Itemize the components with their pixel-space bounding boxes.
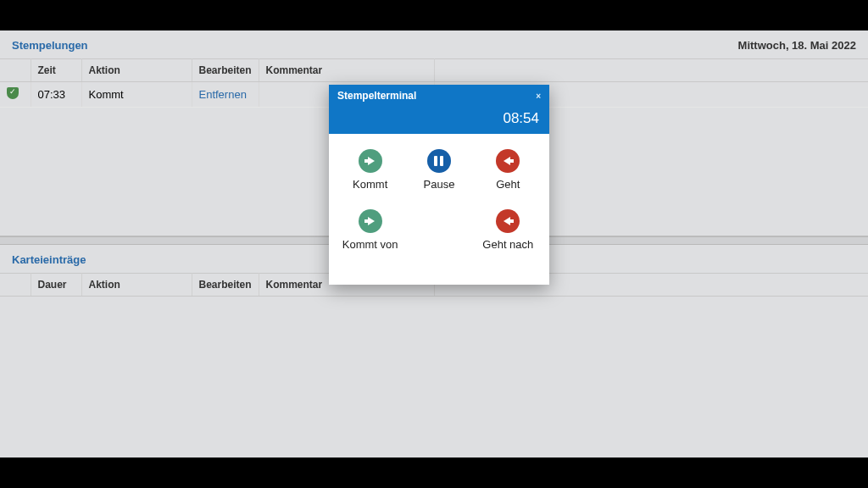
geht-nach-label: Geht nach	[482, 238, 533, 251]
col-icon-header	[0, 274, 31, 297]
karteieintraege-title: Karteieinträge	[12, 253, 86, 266]
table-header-row: Zeit Aktion Bearbeiten Kommentar	[0, 59, 868, 82]
col-aktion-header2[interactable]: Aktion	[81, 274, 192, 297]
close-icon[interactable]: ×	[536, 92, 541, 101]
kommt-von-label: Kommt von	[342, 238, 398, 251]
stempelungen-title: Stempelungen	[12, 39, 88, 52]
dialog-time: 08:54	[329, 107, 549, 134]
pause-icon	[427, 149, 451, 173]
col-kommentar-header[interactable]: Kommentar	[259, 59, 434, 82]
col-aktion-header[interactable]: Aktion	[81, 59, 192, 82]
dialog-header: Stempelterminal ×	[329, 85, 549, 107]
col-icon-header	[0, 59, 31, 82]
row-aktion: Kommt	[81, 82, 192, 108]
kommt-label: Kommt	[353, 178, 387, 191]
kommt-button[interactable]: Kommt	[336, 149, 404, 191]
dialog-body: Kommt Pause Geht Kommt von Geht nach	[329, 134, 549, 285]
stempelungen-header: Stempelungen Mittwoch, 18. Mai 2022	[0, 30, 868, 58]
arrow-left-icon	[496, 149, 520, 173]
spacer	[404, 209, 473, 251]
geht-label: Geht	[496, 178, 520, 191]
shield-icon	[7, 87, 19, 99]
pause-label: Pause	[424, 178, 455, 191]
row-bearbeiten: Entfernen	[192, 82, 259, 108]
current-date: Mittwoch, 18. Mai 2022	[738, 39, 856, 52]
kommt-von-button[interactable]: Kommt von	[336, 209, 404, 251]
row-status-cell	[0, 82, 31, 108]
col-bearbeiten-header2[interactable]: Bearbeiten	[192, 274, 259, 297]
pause-button[interactable]: Pause	[404, 149, 473, 191]
col-dauer-header[interactable]: Dauer	[31, 274, 81, 297]
col-zeit-header[interactable]: Zeit	[31, 59, 81, 82]
col-bearbeiten-header[interactable]: Bearbeiten	[192, 59, 259, 82]
arrow-right-icon	[359, 149, 382, 173]
dialog-title: Stempelterminal	[337, 90, 416, 102]
arrow-left-icon	[496, 209, 520, 233]
row-zeit: 07:33	[31, 82, 81, 108]
col-spacer	[434, 59, 868, 82]
remove-link[interactable]: Entfernen	[199, 88, 247, 101]
geht-button[interactable]: Geht	[474, 149, 542, 191]
arrow-right-icon	[359, 209, 382, 233]
geht-nach-button[interactable]: Geht nach	[474, 209, 542, 251]
stempelterminal-dialog: Stempelterminal × 08:54 Kommt Pause Geht…	[329, 85, 549, 285]
